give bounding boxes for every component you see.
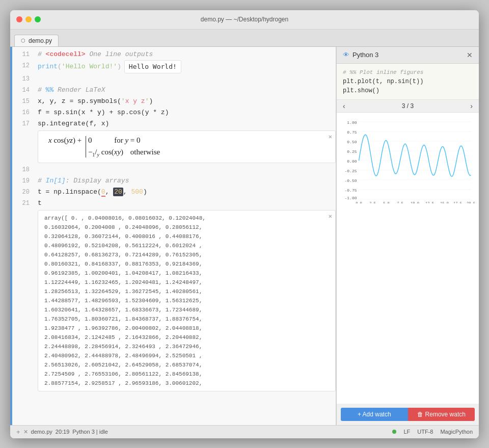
panel-close-btn[interactable]: ✕ xyxy=(467,51,473,59)
maximize-button[interactable] xyxy=(35,16,41,22)
chart-svg: 1.00 0.75 0.50 0.25 0.00 -0.25 -0.50 -0.… xyxy=(341,117,475,203)
array-row-9: 1.44288577, 1.48296593, 1.52304609, 1.56… xyxy=(44,296,329,305)
line-content-12: print('Hello World!')Hello World! xyxy=(38,60,336,73)
array-row-4: 0.64128257, 0.68136273, 0.72144289, 0.76… xyxy=(44,250,329,259)
line-content-16: f = sp.sin(x * y) + sp.cos(y * z) xyxy=(38,107,336,118)
array-row-11: 1.76352705, 1.80360721, 1.84368737, 1.88… xyxy=(44,314,329,324)
window-title: demo.py — ~/Desktop/hydrogen xyxy=(201,16,288,23)
line-content-11: # <codecell> One line outputs xyxy=(38,49,336,60)
svg-text:12.5: 12.5 xyxy=(425,201,434,203)
tab-label: demo.py xyxy=(29,37,52,44)
array-row-10: 1.60320641, 1.64328657, 1.68336673, 1.72… xyxy=(44,305,329,314)
file-icon: ⬡ xyxy=(21,38,25,43)
code-line-19: 19 # In[1]: Display arrays xyxy=(12,175,336,187)
array-output-content: array([ 0. , 0.04008016, 0.08016032, 0.1… xyxy=(38,210,335,391)
svg-text:-0.75: -0.75 xyxy=(344,188,357,193)
line-content-19: # In[1]: Display arrays xyxy=(38,175,336,187)
chart-prev-btn[interactable]: ‹ xyxy=(341,102,347,110)
minimize-button[interactable] xyxy=(25,16,32,22)
panel-code-line2: plt.show() xyxy=(343,86,473,95)
line-content-15: x, y, z = sp.symbols('x y z') xyxy=(38,96,336,107)
line-content-14: # %% Render LaTeX xyxy=(38,85,336,96)
status-lf: LF xyxy=(403,429,410,435)
code-area: 11 # <codecell> One line outputs 12 prin… xyxy=(12,47,336,394)
line-content-13 xyxy=(38,73,336,85)
array-row-14: 2.24448898, 2.28456914, 2.3246493 , 2.36… xyxy=(44,342,329,351)
status-encoding: UTF-8 xyxy=(417,429,433,435)
status-close-btn[interactable]: ✕ xyxy=(23,429,28,435)
code-line-21: 21 t xyxy=(12,198,336,209)
array-row-13: 2.08416834, 2.1242485 , 2.16432866, 2.20… xyxy=(44,333,329,342)
status-right: LF UTF-8 MagicPython xyxy=(392,429,473,435)
line-content-17: sp.integrate(f, x) xyxy=(38,118,336,129)
right-panel: 👁 Python 3 ✕ # %% Plot inline figures pl… xyxy=(336,47,479,425)
kernel-icon: 👁 xyxy=(343,51,349,59)
code-line-11: 11 # <codecell> One line outputs xyxy=(12,49,336,60)
status-indicator-dot xyxy=(392,430,396,434)
line-num-13: 13 xyxy=(12,73,38,85)
svg-text:0.00: 0.00 xyxy=(347,159,357,164)
line-num-12: 12 xyxy=(12,60,38,71)
line-num-18: 18 xyxy=(12,164,38,175)
latex-content: x cos(yz) + 0 for y = 0 −1/y cos(xy) oth… xyxy=(48,136,160,157)
panel-title: 👁 Python 3 xyxy=(343,51,378,59)
line-num-20: 20 xyxy=(12,187,38,198)
svg-text:20.0: 20.0 xyxy=(467,201,475,203)
svg-text:0.50: 0.50 xyxy=(347,140,357,144)
array-row-17: 2.7254509 , 2.76553106, 2.80561122, 2.84… xyxy=(44,370,329,379)
line-num-17: 17 xyxy=(12,118,38,129)
latex-close-btn[interactable]: ✕ xyxy=(329,133,332,141)
svg-text:7.5: 7.5 xyxy=(397,201,403,203)
chart-next-btn[interactable]: › xyxy=(468,102,475,110)
svg-text:2.5: 2.5 xyxy=(369,201,376,203)
chart-container: 1.00 0.75 0.50 0.25 0.00 -0.25 -0.50 -0.… xyxy=(337,113,479,404)
code-line-17: 17 sp.integrate(f, x) xyxy=(12,118,336,129)
line-num-15: 15 xyxy=(12,96,38,107)
status-tab-name: demo.py xyxy=(31,429,52,435)
array-output-close-btn[interactable]: ✕ xyxy=(329,213,332,220)
editor-panel[interactable]: 11 # <codecell> One line outputs 12 prin… xyxy=(12,47,336,425)
array-row-7: 1.12224449, 1.16232465, 1.20240481, 1.24… xyxy=(44,278,329,287)
status-position: 20:19 xyxy=(56,429,70,435)
array-row-2: 0.32064128, 0.36072144, 0.4008016 , 0.44… xyxy=(44,232,329,241)
status-add-tab-btn[interactable]: + xyxy=(16,428,20,436)
array-row-16: 2.56513026, 2.60521042, 2.64529058, 2.68… xyxy=(44,360,329,370)
array-row-15: 2.40480962, 2.44488978, 2.48496994, 2.52… xyxy=(44,351,329,360)
svg-text:0.0: 0.0 xyxy=(356,201,362,203)
chart-nav-label: 3 / 3 xyxy=(402,102,414,110)
code-line-13: 13 xyxy=(12,73,336,85)
svg-text:1.00: 1.00 xyxy=(347,120,357,125)
titlebar: demo.py — ~/Desktop/hydrogen xyxy=(10,10,479,30)
svg-text:0.25: 0.25 xyxy=(347,149,357,154)
add-watch-button[interactable]: + Add watch xyxy=(341,408,408,421)
array-row-3: 0.48096192, 0.52104208, 0.56112224, 0.60… xyxy=(44,241,329,250)
line-num-16: 16 xyxy=(12,107,38,118)
line-content-18 xyxy=(38,164,336,175)
line-num-11: 11 xyxy=(12,49,38,60)
svg-text:-1.00: -1.00 xyxy=(344,196,357,200)
latex-output-block: ✕ x cos(yz) + 0 for y = 0 −1/y cos(xy) o… xyxy=(38,130,336,163)
array-row-8: 1.28256513, 1.32264529, 1.36272545, 1.40… xyxy=(44,287,329,296)
main-window: demo.py — ~/Desktop/hydrogen ⬡ demo.py 1… xyxy=(10,10,479,438)
array-row-0: array([ 0. , 0.04008016, 0.08016032, 0.1… xyxy=(44,214,329,223)
traffic-lights xyxy=(16,16,41,22)
line-content-21: t xyxy=(38,198,336,209)
remove-watch-button[interactable]: 🗑 Remove watch xyxy=(408,408,475,421)
array-row-12: 1.9238477 , 1.96392786, 2.00400802, 2.04… xyxy=(44,324,329,333)
code-line-20: 20 t = np.linspace(0, 20, 500) xyxy=(12,187,336,198)
code-line-12: 12 print('Hello World!')Hello World! xyxy=(12,60,336,73)
line-content-20: t = np.linspace(0, 20, 500) xyxy=(38,187,336,198)
code-line-16: 16 f = sp.sin(x * y) + sp.cos(y * z) xyxy=(12,107,336,118)
code-line-14: 14 # %% Render LaTeX xyxy=(12,85,336,96)
array-row-18: 2.88577154, 2.9258517 , 2.96593186, 3.00… xyxy=(44,379,329,388)
panel-code-comment: # %% Plot inline figures xyxy=(343,68,473,77)
svg-text:5.0: 5.0 xyxy=(383,201,390,203)
line-num-14: 14 xyxy=(12,85,38,96)
chart-nav: ‹ 3 / 3 › xyxy=(337,100,479,113)
line-num-21: 21 xyxy=(12,198,38,209)
tab-demo-py[interactable]: ⬡ demo.py xyxy=(14,35,59,46)
array-row-5: 0.80160321, 0.84168337, 0.88176353, 0.92… xyxy=(44,259,329,269)
svg-text:10.0: 10.0 xyxy=(411,201,419,203)
close-button[interactable] xyxy=(16,16,22,22)
svg-text:-0.50: -0.50 xyxy=(344,178,357,183)
